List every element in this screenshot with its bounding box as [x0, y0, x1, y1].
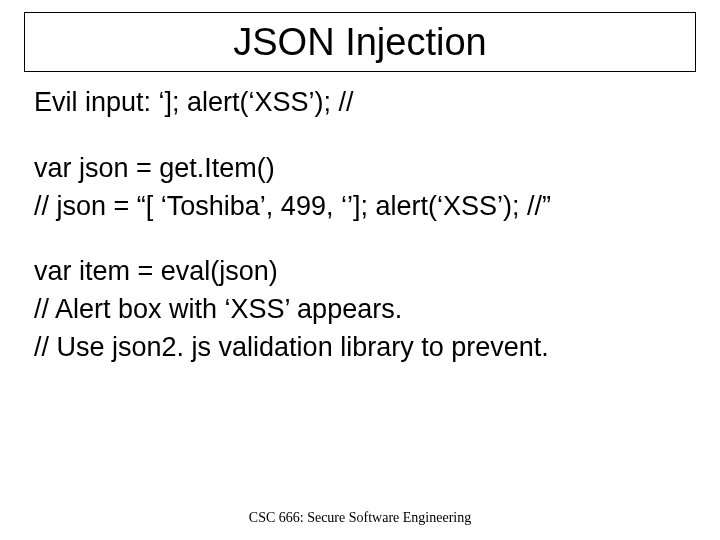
body-line: var json = get.Item() [34, 152, 686, 186]
body-line: // Use json2. js validation library to p… [34, 331, 686, 365]
slide-footer: CSC 666: Secure Software Engineering [0, 510, 720, 526]
body-line: // Alert box with ‘XSS’ appears. [34, 293, 686, 327]
body-line: Evil input: ‘]; alert(‘XSS’); // [34, 86, 686, 120]
title-box: JSON Injection [24, 12, 696, 72]
slide: JSON Injection Evil input: ‘]; alert(‘XS… [0, 0, 720, 540]
body-line: // json = “[ ‘Toshiba’, 499, ‘’]; alert(… [34, 190, 686, 224]
spacer [34, 227, 686, 255]
slide-title: JSON Injection [233, 21, 486, 64]
slide-body: Evil input: ‘]; alert(‘XSS’); // var jso… [34, 86, 686, 369]
spacer [34, 124, 686, 152]
body-line: var item = eval(json) [34, 255, 686, 289]
